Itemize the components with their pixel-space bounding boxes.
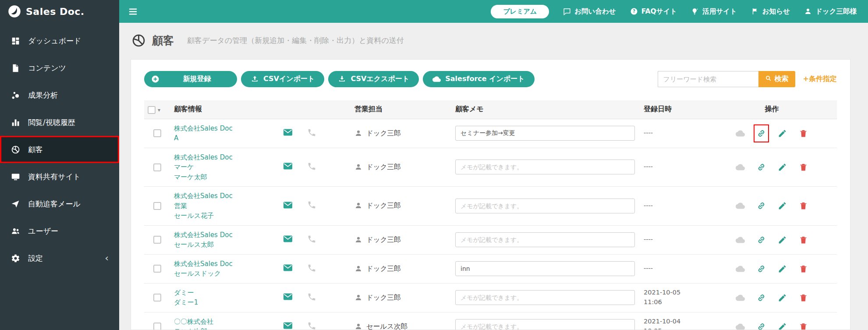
memo-input[interactable] bbox=[455, 261, 635, 276]
phone-icon[interactable] bbox=[307, 128, 316, 137]
customer-link[interactable]: 株式会社Sales Doc bbox=[174, 230, 271, 240]
delete-action-icon[interactable] bbox=[799, 235, 808, 245]
topbar-link-faq[interactable]: ? FAQサイト bbox=[630, 7, 677, 16]
search-button[interactable]: 検索 bbox=[758, 71, 795, 87]
cloud-action-icon[interactable] bbox=[736, 129, 745, 138]
customer-link[interactable]: 〇〇株式会社 bbox=[174, 317, 271, 327]
phone-icon[interactable] bbox=[307, 263, 316, 273]
sales-rep-name: ドック三郎 bbox=[366, 163, 401, 171]
sidebar-item-auto-mail[interactable]: 自動追客メール bbox=[0, 190, 119, 217]
app-logo[interactable]: Sales Doc. bbox=[0, 0, 119, 23]
phone-icon[interactable] bbox=[307, 162, 316, 171]
person-icon bbox=[354, 202, 362, 209]
customer-link[interactable]: セールス太郎 bbox=[174, 240, 271, 250]
row-checkbox[interactable] bbox=[153, 294, 161, 302]
link-action-icon[interactable] bbox=[757, 322, 766, 330]
row-checkbox[interactable] bbox=[153, 265, 161, 273]
sidebar-item-settings[interactable]: 設定 ‹ bbox=[0, 245, 119, 272]
sidebar-item-customers[interactable]: 顧客 bbox=[0, 136, 119, 163]
customer-link[interactable]: ダミー bbox=[174, 288, 271, 298]
send-mail-icon[interactable] bbox=[283, 127, 293, 138]
topbar-link-contact[interactable]: お問い合わせ bbox=[563, 7, 616, 16]
csv-export-button[interactable]: CSVエクスポート bbox=[328, 71, 419, 87]
delete-action-icon[interactable] bbox=[799, 322, 808, 330]
cloud-action-icon[interactable] bbox=[736, 264, 745, 273]
edit-action-icon[interactable] bbox=[778, 322, 787, 330]
send-mail-icon[interactable] bbox=[283, 200, 293, 210]
delete-action-icon[interactable] bbox=[799, 129, 808, 138]
memo-input[interactable] bbox=[455, 126, 635, 141]
phone-icon[interactable] bbox=[307, 321, 316, 330]
condition-filter-link[interactable]: +条件指定 bbox=[803, 75, 837, 84]
customer-link[interactable]: マーケ太郎 bbox=[174, 172, 271, 182]
cloud-action-icon[interactable] bbox=[736, 235, 745, 245]
customer-link[interactable]: 営業 bbox=[174, 201, 271, 211]
edit-action-icon[interactable] bbox=[778, 264, 787, 273]
delete-action-icon[interactable] bbox=[799, 163, 808, 172]
keyword-search-input[interactable] bbox=[658, 71, 758, 87]
sidebar-item-users[interactable]: ユーザー bbox=[0, 217, 119, 245]
cloud-action-icon[interactable] bbox=[736, 293, 745, 302]
delete-action-icon[interactable] bbox=[799, 293, 808, 302]
sidebar-item-contents[interactable]: コンテンツ bbox=[0, 54, 119, 82]
send-mail-icon[interactable] bbox=[283, 263, 293, 273]
memo-input[interactable] bbox=[455, 232, 635, 247]
row-checkbox[interactable] bbox=[153, 202, 161, 210]
sidebar-item-analysis[interactable]: 成果分析 bbox=[0, 82, 119, 109]
cloud-action-icon[interactable] bbox=[736, 322, 745, 330]
cloud-action-icon[interactable] bbox=[736, 201, 745, 210]
customer-link[interactable]: 株式会社Sales Doc bbox=[174, 259, 271, 269]
customer-link[interactable]: 株式会社Sales Doc bbox=[174, 124, 271, 134]
memo-input[interactable] bbox=[455, 199, 635, 213]
link-action-icon[interactable] bbox=[757, 129, 766, 138]
link-action-icon[interactable] bbox=[757, 201, 766, 210]
delete-action-icon[interactable] bbox=[799, 264, 808, 273]
topbar-link-utilization[interactable]: 活用サイト bbox=[691, 7, 737, 16]
link-action-icon[interactable] bbox=[757, 163, 766, 172]
row-checkbox[interactable] bbox=[153, 236, 161, 244]
csv-import-button[interactable]: CSVインポート bbox=[241, 71, 324, 87]
cloud-action-icon[interactable] bbox=[736, 163, 745, 172]
new-register-button[interactable]: 新規登録 bbox=[144, 71, 237, 87]
link-action-icon[interactable] bbox=[757, 264, 766, 273]
send-mail-icon[interactable] bbox=[283, 291, 293, 302]
edit-action-icon[interactable] bbox=[778, 129, 787, 138]
send-mail-icon[interactable] bbox=[283, 234, 293, 244]
link-action-icon[interactable] bbox=[757, 235, 766, 245]
delete-action-icon[interactable] bbox=[799, 201, 808, 210]
customer-link[interactable]: A bbox=[174, 133, 271, 143]
link-action-icon[interactable] bbox=[757, 293, 766, 302]
customer-link[interactable]: セールスドック bbox=[174, 269, 271, 279]
chevron-down-icon[interactable]: ▾ bbox=[158, 107, 160, 113]
customer-link[interactable]: マーケ bbox=[174, 162, 271, 172]
customer-link[interactable]: テスト次郎 bbox=[174, 326, 271, 330]
edit-action-icon[interactable] bbox=[778, 235, 787, 245]
customer-link[interactable]: 株式会社Sales Doc bbox=[174, 153, 271, 163]
search-area: 検索 +条件指定 bbox=[658, 71, 837, 87]
customer-link[interactable]: セールス花子 bbox=[174, 211, 271, 221]
sidebar-item-share-site[interactable]: 資料共有サイト bbox=[0, 163, 119, 190]
salesforce-import-button[interactable]: Salesforce インポート bbox=[423, 71, 534, 87]
edit-action-icon[interactable] bbox=[778, 293, 787, 302]
topbar-link-news[interactable]: お知らせ bbox=[751, 7, 790, 16]
memo-input[interactable] bbox=[455, 290, 635, 305]
customer-link[interactable]: ダミー1 bbox=[174, 298, 271, 308]
edit-action-icon[interactable] bbox=[778, 201, 787, 210]
send-mail-icon[interactable] bbox=[283, 320, 293, 330]
row-checkbox[interactable] bbox=[153, 323, 161, 330]
row-checkbox[interactable] bbox=[153, 163, 161, 171]
memo-input[interactable] bbox=[455, 160, 635, 174]
phone-icon[interactable] bbox=[307, 292, 316, 302]
memo-input[interactable] bbox=[455, 319, 635, 330]
phone-icon[interactable] bbox=[307, 234, 316, 244]
send-mail-icon[interactable] bbox=[283, 161, 293, 171]
topbar-link-account[interactable]: ドック三郎様 bbox=[804, 7, 857, 16]
customer-link[interactable]: 株式会社Sales Doc bbox=[174, 191, 271, 201]
edit-action-icon[interactable] bbox=[778, 163, 787, 172]
phone-icon[interactable] bbox=[307, 200, 316, 209]
sidebar-item-view-history[interactable]: 閲覧/視聴履歴 bbox=[0, 109, 119, 136]
sidebar-item-dashboard[interactable]: ダッシュボード bbox=[0, 27, 119, 54]
select-all-checkbox[interactable] bbox=[148, 106, 156, 114]
row-checkbox[interactable] bbox=[153, 129, 161, 137]
menu-toggle-icon[interactable] bbox=[128, 7, 138, 17]
